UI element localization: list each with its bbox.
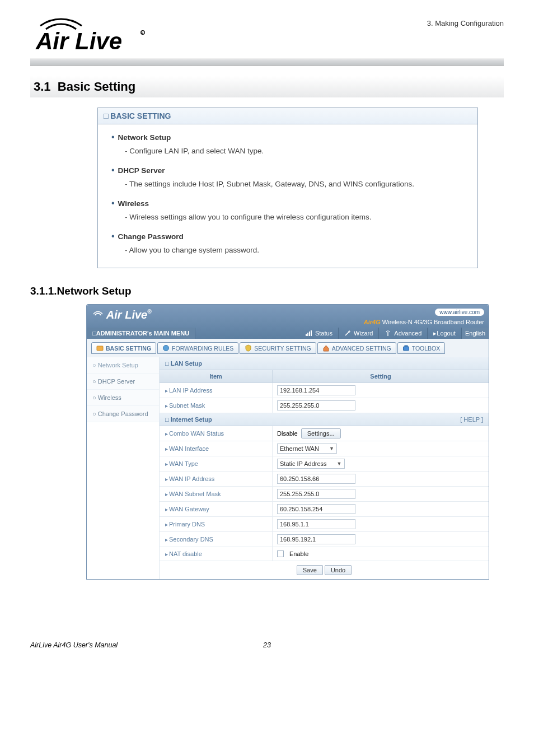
tab-toolbox[interactable]: TOOLBOX	[397, 342, 446, 354]
sidebar-item-wireless[interactable]: ○ Wireless	[87, 390, 159, 406]
svg-rect-3	[306, 334, 307, 336]
signal-icon	[306, 330, 312, 336]
row-label: Primary DNS	[160, 517, 273, 531]
globe-icon	[162, 344, 170, 352]
svg-point-8	[163, 346, 169, 351]
url-pill[interactable]: www.airlive.com	[435, 309, 484, 316]
nat-enable-checkbox[interactable]	[277, 550, 284, 557]
router-ui-screenshot: Air Live® www.airlive.com Air4G Wireless…	[86, 304, 489, 580]
panel-title: BASIC SETTING	[98, 108, 477, 124]
tab-security-setting[interactable]: SECURITY SETTING	[240, 342, 316, 354]
primary-dns-input[interactable]: 168.95.1.1	[277, 519, 355, 529]
running-header: 3. Making Configuration	[427, 19, 504, 27]
table-header: Item Setting	[160, 370, 489, 383]
row-label: Subnet Mask	[160, 398, 273, 413]
tab-forwarding-rules[interactable]: FORWARDING RULES	[157, 342, 238, 354]
combo-settings-button[interactable]: Settings...	[301, 428, 341, 438]
group-lan-setup: LAN Setup	[160, 357, 489, 370]
router-logo: Air Live®	[92, 309, 152, 321]
product-tagline: Air4G Wireless-N 4G/3G Broadband Router	[364, 319, 484, 325]
save-button[interactable]: Save	[297, 565, 323, 575]
tab-advanced-setting[interactable]: ADVANCED SETTING	[317, 342, 396, 354]
row-label: WAN Type	[160, 456, 273, 471]
svg-rect-9	[403, 347, 409, 351]
table-row: WAN Gateway 60.250.158.254	[160, 502, 489, 517]
row-label: WAN Gateway	[160, 502, 273, 516]
subnet-mask-input[interactable]: 255.255.255.0	[277, 400, 355, 410]
table-row: WAN Subnet Mask 255.255.255.0	[160, 487, 489, 502]
row-label: Secondary DNS	[160, 532, 273, 547]
sidebar-item-change-password[interactable]: ○ Change Password	[87, 406, 159, 422]
panel-item: •Wireless - Wireless settings allow you …	[111, 198, 464, 221]
nav-wizard[interactable]: Wizard	[339, 328, 379, 339]
svg-rect-6	[311, 330, 312, 336]
nav-logout[interactable]: ▸ Logout	[428, 328, 462, 339]
language-select[interactable]: English	[462, 328, 489, 339]
panel-item: •DHCP Server - The settings include Host…	[111, 165, 464, 188]
nat-enable-label: Enable	[289, 550, 308, 557]
wan-gateway-input[interactable]: 60.250.158.254	[277, 504, 355, 514]
nav-advanced[interactable]: Advanced	[379, 328, 428, 339]
wand-icon	[344, 330, 351, 337]
lan-ip-input[interactable]: 192.168.1.254	[277, 385, 355, 395]
row-label: WAN Interface	[160, 441, 273, 456]
table-row: Primary DNS 168.95.1.1	[160, 517, 489, 532]
table-row: Secondary DNS 168.95.192.1	[160, 532, 489, 547]
nav-status[interactable]: Status	[300, 328, 339, 339]
page-number: 23	[250, 641, 284, 649]
basic-setting-panel: BASIC SETTING •Network Setup - Configure…	[97, 108, 478, 268]
row-label: NAT disable	[160, 547, 273, 561]
footer-title: AirLive Air4G User's Manual	[30, 641, 250, 649]
wan-interface-select[interactable]: Ethernet WAN	[277, 444, 337, 454]
table-row: Subnet Mask 255.255.255.0	[160, 398, 489, 413]
tab-basic-setting[interactable]: BASIC SETTING	[91, 342, 156, 354]
sidebar-item-dhcp-server[interactable]: ○ DHCP Server	[87, 374, 159, 390]
toolbox-icon	[402, 344, 410, 352]
folder-icon	[96, 344, 104, 352]
panel-item: •Network Setup - Configure LAN IP, and s…	[111, 132, 464, 155]
combo-wan-status: Disable	[277, 430, 298, 437]
svg-rect-4	[307, 333, 308, 336]
help-link[interactable]: [ HELP ]	[460, 416, 483, 423]
admin-menu-label: □ ADMINISTRATOR's MAIN MENU	[87, 328, 195, 339]
secondary-dns-input[interactable]: 168.95.192.1	[277, 534, 355, 544]
table-row: WAN Type Static IP Address	[160, 456, 489, 472]
row-label: WAN Subnet Mask	[160, 487, 273, 501]
wan-ip-input[interactable]: 60.250.158.66	[277, 474, 355, 484]
group-internet-setup: Internet Setup [ HELP ]	[160, 413, 489, 426]
sidebar-item-network-setup[interactable]: ○ Network Setup	[87, 357, 159, 374]
undo-button[interactable]: Undo	[325, 565, 352, 575]
section-heading: 3.1 Basic Setting	[30, 76, 504, 97]
svg-rect-10	[405, 346, 407, 347]
svg-rect-5	[309, 332, 310, 336]
svg-text:Air Live: Air Live	[35, 28, 122, 54]
table-row: WAN Interface Ethernet WAN	[160, 441, 489, 456]
table-row: WAN IP Address 60.250.158.66	[160, 472, 489, 487]
table-row: Combo WAN Status Disable Settings...	[160, 426, 489, 441]
svg-rect-7	[97, 346, 103, 351]
shield-icon	[245, 344, 252, 352]
row-label: LAN IP Address	[160, 383, 273, 398]
antenna-icon	[385, 330, 391, 337]
house-icon	[322, 344, 330, 352]
row-label: Combo WAN Status	[160, 426, 273, 441]
wan-subnet-input[interactable]: 255.255.255.0	[277, 489, 355, 499]
row-label: WAN IP Address	[160, 472, 273, 486]
tab-bar: BASIC SETTING FORWARDING RULES SECURITY …	[87, 339, 489, 357]
panel-item: •Change Password - Allow you to change s…	[111, 231, 464, 254]
table-row: LAN IP Address 192.168.1.254	[160, 383, 489, 398]
side-nav: ○ Network Setup ○ DHCP Server ○ Wireless…	[87, 357, 160, 579]
header-divider	[30, 58, 504, 66]
table-row: NAT disable Enable	[160, 547, 489, 561]
svg-text:R: R	[141, 31, 143, 35]
wan-type-select[interactable]: Static IP Address	[277, 459, 345, 469]
subsection-heading: 3.1.1.Network Setup	[30, 285, 504, 297]
